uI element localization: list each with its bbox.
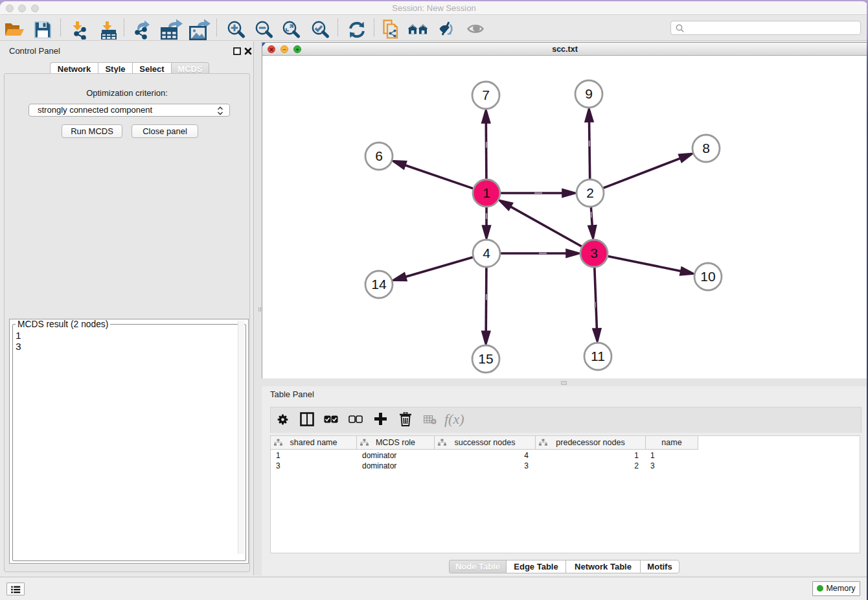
- svg-text:10: 10: [700, 269, 715, 284]
- svg-text:15: 15: [478, 351, 493, 366]
- svg-text:4: 4: [483, 246, 490, 260]
- svg-text:3: 3: [590, 246, 598, 260]
- svg-text:6: 6: [375, 148, 383, 163]
- svg-text:9: 9: [585, 86, 593, 101]
- svg-text:8: 8: [702, 141, 710, 156]
- svg-text:1: 1: [483, 185, 490, 200]
- svg-text:7: 7: [482, 87, 490, 102]
- svg-text:11: 11: [591, 349, 605, 363]
- svg-text:2: 2: [586, 185, 594, 200]
- svg-text:14: 14: [371, 277, 387, 292]
